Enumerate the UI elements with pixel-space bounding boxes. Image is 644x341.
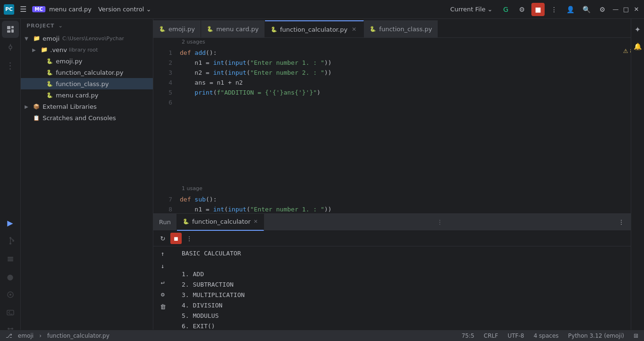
svg-rect-11 <box>8 257 13 258</box>
code-area-2[interactable]: 7 8 def sub(): n1 = int(input("Enter num… <box>153 192 644 213</box>
cursor-position[interactable]: 75:5 <box>459 332 476 339</box>
folder-icon-emoji: 📁 <box>32 34 41 43</box>
code-line-3: n2 = int(input("Enter number 2. : ")) <box>176 68 644 78</box>
run-tab-fc[interactable]: 🐍 function_calculator ✕ <box>177 214 264 231</box>
tab-close-fc[interactable]: ✕ <box>350 26 358 33</box>
ai-assistant-button[interactable]: ✦ <box>631 23 644 36</box>
panel-settings-button[interactable]: ⋮ <box>616 217 627 228</box>
editor-area: 🐍 emoji.py 🐍 menu card.py 🐍 function_cal… <box>153 19 644 341</box>
svg-line-18 <box>9 313 10 314</box>
scratches-icon: 📋 <box>32 114 41 122</box>
output-line-blank <box>182 259 644 269</box>
activity-git-button[interactable] <box>2 232 19 249</box>
copilot-button[interactable]: G <box>499 3 512 16</box>
tab-label-emoji: emoji.py <box>168 26 195 33</box>
sidebar-header: Project ⌄ <box>21 19 153 33</box>
hamburger-button[interactable]: ☰ <box>18 3 28 16</box>
line-numbers: 1 2 3 4 5 6 <box>153 46 176 184</box>
tree-item-menu-card-py[interactable]: 🐍 menu card.py <box>21 89 153 101</box>
svg-rect-1 <box>7 30 10 33</box>
tab-function-class-py[interactable]: 🐍 function_class.py <box>364 20 438 37</box>
clear-output-button[interactable]: 🗑 <box>157 301 168 313</box>
svg-rect-2 <box>11 26 14 28</box>
status-bar-left: ⎇ emoji › function_calculator.py <box>4 332 111 339</box>
tree-item-emoji-folder[interactable]: ▼ 📁 emoji C:\Users\Lenovo\Pychar <box>21 33 153 44</box>
py-icon-fc: 🐍 <box>45 68 54 77</box>
run-tab-more-button[interactable]: ⋮ <box>433 219 447 226</box>
svg-rect-12 <box>8 259 13 260</box>
activity-database-button[interactable]: ● <box>2 268 19 285</box>
tree-arrow-emoji: ▼ <box>25 36 32 41</box>
stop-run-button[interactable]: ■ <box>170 233 182 244</box>
tab-emoji-py[interactable]: 🐍 emoji.py <box>153 20 201 37</box>
file-title: menu card.py <box>49 6 92 13</box>
stop-button[interactable]: ■ <box>531 3 545 16</box>
usage-hint-2: 1 usage <box>153 184 644 192</box>
tree-item-venv[interactable]: ▶ 📁 .venv library root <box>21 44 153 55</box>
activity-project-button[interactable] <box>2 21 19 38</box>
tree-item-scratches[interactable]: 📋 Scratches and Consoles <box>21 112 153 123</box>
run-label: Run <box>159 219 171 226</box>
tab-menu-card-py[interactable]: 🐍 menu card.py <box>201 20 265 37</box>
activity-more-button[interactable]: ⋮ <box>2 57 19 74</box>
run-more-button[interactable]: ⋮ <box>184 233 195 244</box>
breadcrumb-separator: › <box>37 332 44 339</box>
current-file-button[interactable]: Current File ⌄ <box>446 4 496 14</box>
activity-bar: ⋮ ▶ ● <box>0 19 21 341</box>
extlibs-icon: 📦 <box>32 102 41 111</box>
code-content-block2[interactable]: def sub(): n1 = int(input("Enter number … <box>176 192 644 213</box>
breadcrumb-file[interactable]: function_calculator.py <box>45 332 112 339</box>
tree-item-external-libs[interactable]: ▶ 📦 External Libraries <box>21 101 153 112</box>
add-user-button[interactable]: 👤 <box>564 3 577 16</box>
maximize-button[interactable]: □ <box>622 6 630 13</box>
output-line-4: 4. DIVISION <box>182 300 644 311</box>
python-interpreter[interactable]: Python 3.12 (emoji) <box>566 332 626 339</box>
tab-function-calculator-py[interactable]: 🐍 function_calculator.py ✕ <box>265 20 364 37</box>
tree-item-emoji-py[interactable]: 🐍 emoji.py <box>21 55 153 67</box>
code-line-5: print(f"ADDITION = {'{'}ans{'}'}") <box>176 87 644 97</box>
minimize-button[interactable]: — <box>612 6 619 13</box>
indent-setting[interactable]: 4 spaces <box>532 332 561 339</box>
rerun-button[interactable]: ↻ <box>157 233 168 244</box>
scroll-down-button[interactable]: ↓ <box>157 261 168 272</box>
search-button[interactable]: 🔍 <box>580 3 593 16</box>
tree-arrow-extlibs: ▶ <box>25 104 32 109</box>
activity-commit-button[interactable] <box>2 39 19 56</box>
tree-label-venv: .venv <box>50 46 67 53</box>
branch-name[interactable]: emoji <box>16 332 35 339</box>
more-options-button[interactable]: ⋮ <box>547 3 561 16</box>
profile-button[interactable]: ⚙ <box>596 3 609 16</box>
scroll-up-button[interactable]: ↑ <box>157 248 168 260</box>
svg-rect-13 <box>8 260 13 262</box>
status-bar-right: 75:5 CRLF UTF-8 4 spaces Python 3.12 (em… <box>459 332 640 339</box>
branch-icon: ⎇ <box>4 332 14 339</box>
soft-wrap-button[interactable]: ↵ <box>157 277 168 288</box>
close-button[interactable]: ✕ <box>633 6 640 13</box>
activity-run-button[interactable]: ▶ <box>2 214 19 231</box>
tree-label-mc: menu card.py <box>56 92 98 99</box>
svg-point-4 <box>9 46 12 49</box>
code-area[interactable]: ⚠ 8 ⌄ 1 2 3 4 5 6 def add(): n1 = int(in… <box>153 46 644 184</box>
notification-button[interactable]: 🔔 <box>631 40 644 53</box>
code-content-block1[interactable]: def add(): n1 = int(input("Enter number … <box>176 46 644 184</box>
encoding[interactable]: UTF-8 <box>506 332 526 339</box>
activity-layers-button[interactable] <box>2 250 19 267</box>
output-line-3: 3. MULTIPLICATION <box>182 290 644 300</box>
activity-terminal-button[interactable] <box>2 304 19 321</box>
svg-rect-0 <box>7 26 10 29</box>
tab-label-fc: function_calculator.py <box>280 26 348 33</box>
settings-icon-button[interactable]: ⚙ <box>515 3 529 16</box>
editor-container: 2 usages ⚠ 8 ⌄ 1 2 3 4 5 6 def add(): <box>153 38 644 213</box>
run-tab-close-icon[interactable]: ✕ <box>254 219 258 225</box>
svg-point-7 <box>9 243 11 245</box>
tree-item-function-class-py[interactable]: 🐍 function_class.py <box>21 78 153 89</box>
tree-item-function-calculator-py[interactable]: 🐍 function_calculator.py <box>21 67 153 78</box>
settings-output-button[interactable]: ⚙ <box>157 289 168 300</box>
run-label-tab[interactable]: Run <box>153 214 177 231</box>
line-ending[interactable]: CRLF <box>482 332 500 339</box>
activity-docker-button[interactable] <box>2 286 19 303</box>
title-bar-left: PC ☰ MC menu card.py Version control ⌄ <box>4 3 443 16</box>
tab-label-menu-card: menu card.py <box>216 26 259 33</box>
version-control-button[interactable]: Version control ⌄ <box>95 5 154 14</box>
layout-icon[interactable]: ⊞ <box>632 332 640 339</box>
